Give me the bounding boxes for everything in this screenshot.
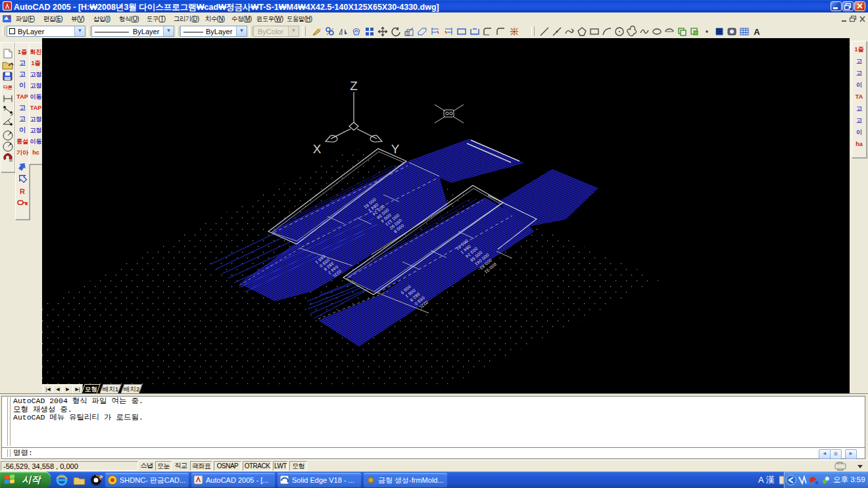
svg-text:다른: 다른 [3,85,12,90]
svg-text:A: A [754,27,760,37]
svg-text:Z: Z [350,79,358,93]
svg-text:R: R [20,187,25,195]
svg-text:Y: Y [391,142,400,156]
svg-text:X: X [313,142,322,156]
